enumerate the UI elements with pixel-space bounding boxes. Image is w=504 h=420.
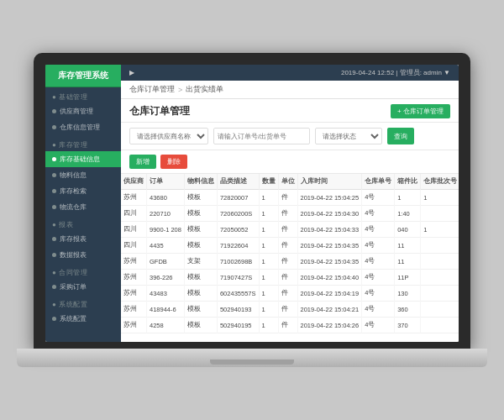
table-cell: 1: [395, 190, 421, 206]
table-cell: 1: [259, 238, 278, 254]
search-button[interactable]: 查询: [387, 128, 414, 144]
table-cell: 1: [259, 318, 278, 333]
table-cell: 件: [278, 238, 297, 254]
table-cell: 4号: [362, 286, 395, 302]
table-cell: 220710: [147, 206, 185, 222]
th-intime: 入库时间: [297, 174, 362, 190]
sidebar-item-logistics[interactable]: 物流仓库: [45, 199, 121, 215]
table-cell: 2019-04-22 15:04:35: [297, 254, 362, 270]
table-cell: 4号: [362, 302, 395, 318]
sidebar-label: 物流仓库: [60, 202, 87, 212]
table-cell: GFDB: [147, 254, 185, 270]
table-cell: 苏州: [121, 286, 147, 302]
new-button[interactable]: 新增: [129, 155, 156, 169]
breadcrumb-item-2: 出货实绩单: [186, 84, 223, 95]
table-cell: 2019-04-22 15:04:35: [297, 238, 362, 254]
table-cell: 4号: [362, 238, 395, 254]
table-cell: 1: [259, 254, 278, 270]
table-cell: 11: [395, 254, 421, 270]
table-cell: 4258: [147, 318, 185, 333]
dot-icon: [52, 189, 56, 193]
table-cell: 71907427S: [217, 270, 259, 286]
table-cell: 1: [259, 206, 278, 222]
sidebar-item-stock-report[interactable]: 库存报表: [45, 231, 121, 247]
sidebar-item-material[interactable]: 物料信息: [45, 167, 121, 183]
table-cell: [421, 286, 459, 302]
th-warehouse-no: 仓库单号: [362, 174, 395, 190]
th-batch: 仓库批次号: [421, 174, 459, 190]
dot-icon: [52, 285, 56, 289]
table-cell: [421, 238, 459, 254]
table-row: 四川9900-1 208模板720500521件2019-04-22 15:04…: [121, 222, 459, 238]
dot-icon: [52, 205, 56, 209]
th-unit: 单位: [278, 174, 297, 190]
table-cell: 四川: [121, 206, 147, 222]
table-cell: 72060200S: [217, 206, 259, 222]
laptop-base: [17, 349, 487, 367]
dot-icon: [52, 157, 56, 161]
table-cell: 1:40: [395, 206, 421, 222]
table-cell: 模板: [184, 222, 217, 238]
sidebar-label: 物料信息: [60, 171, 87, 180]
main-content: ▶ 2019-04-24 12:52 | 管理员: admin ▼ 仓库订单管理…: [121, 65, 459, 342]
sidebar-label: 仓库信息管理: [60, 123, 100, 132]
table-cell: [421, 318, 459, 333]
table-row: 苏州43680模板728200071件2019-04-22 15:04:254号…: [121, 190, 459, 206]
sidebar-item-supplier[interactable]: 供应商管理: [45, 103, 121, 119]
sidebar-item-inventory-basic[interactable]: 库存基础信息: [45, 151, 121, 167]
sidebar-section-basic: ● 基础管理: [45, 87, 121, 103]
table-cell: 2019-04-22 15:04:21: [297, 302, 362, 318]
table-cell: 件: [278, 190, 297, 206]
sidebar-item-data-report[interactable]: 数据报表: [45, 247, 121, 263]
sidebar-item-purchase-order[interactable]: 采购订单: [45, 279, 121, 295]
table-cell: 418944-6: [147, 302, 185, 318]
table-cell: 370: [395, 318, 421, 333]
table-cell: 2019-04-22 15:04:30: [297, 206, 362, 222]
table-cell: 件: [278, 286, 297, 302]
add-order-button[interactable]: + 仓库订单管理: [391, 104, 450, 118]
table-cell: 模板: [184, 286, 217, 302]
table-row: 苏州396-226模板71907427S1件2019-04-22 15:04:4…: [121, 270, 459, 286]
table-cell: 苏州: [121, 190, 147, 206]
table-cell: 4号: [362, 206, 395, 222]
topbar-right: 2019-04-24 12:52 | 管理员: admin ▼: [341, 68, 450, 77]
table-cell: 苏州: [121, 270, 147, 286]
table-cell: 件: [278, 222, 297, 238]
sidebar-label: 系统配置: [60, 314, 87, 323]
table-cell: 4435: [147, 238, 185, 254]
table-cell: 11: [395, 238, 421, 254]
status-select[interactable]: 请选择状态: [315, 128, 382, 144]
order-number-input[interactable]: [213, 128, 310, 144]
delete-button[interactable]: 删除: [160, 155, 187, 169]
table-row: 苏州4258模板5029401951件2019-04-22 15:04:264号…: [121, 318, 459, 333]
table-cell: [421, 270, 459, 286]
table-cell: 模板: [184, 270, 217, 286]
dot-icon: [52, 125, 56, 129]
page-header: 仓库订单管理 + 仓库订单管理: [121, 99, 459, 123]
dot-icon: [52, 109, 56, 113]
table-cell: 2019-04-22 15:04:26: [297, 318, 362, 333]
table-cell: 43483: [147, 286, 185, 302]
table-cell: 件: [278, 318, 297, 333]
topbar: ▶ 2019-04-24 12:52 | 管理员: admin ▼: [121, 65, 459, 81]
table-cell: 1: [259, 222, 278, 238]
sidebar-item-search[interactable]: 库存检索: [45, 183, 121, 199]
th-order: 订单: [147, 174, 185, 190]
sidebar-label: 数据报表: [60, 250, 87, 260]
table-cell: 1: [259, 302, 278, 318]
app-logo: 库存管理系统: [45, 65, 121, 87]
sidebar-section-report: ● 报表: [45, 215, 121, 231]
breadcrumb-item-1[interactable]: 仓库订单管理: [129, 84, 175, 95]
table-row: 苏州GFDB支架71002698B1件2019-04-22 15:04:354号…: [121, 254, 459, 270]
table-cell: 502940193: [217, 302, 259, 318]
table-cell: [421, 206, 459, 222]
sidebar-section-contract: ● 合同管理: [45, 263, 121, 279]
table-cell: 72820007: [217, 190, 259, 206]
sidebar-item-warehouse-info[interactable]: 仓库信息管理: [45, 119, 121, 135]
sidebar-section-system: ● 系统配置: [45, 295, 121, 311]
supplier-select[interactable]: 请选择供应商名称: [129, 128, 208, 144]
table-container: 供应商 订单 物料信息 品类描述 数量 单位 入库时间 仓库单号 箱件比 仓库批…: [121, 174, 459, 342]
sidebar-section-inventory: ● 库存管理: [45, 135, 121, 151]
header-actions: + 仓库订单管理: [391, 104, 450, 118]
sidebar-item-system-config[interactable]: 系统配置: [45, 311, 121, 327]
